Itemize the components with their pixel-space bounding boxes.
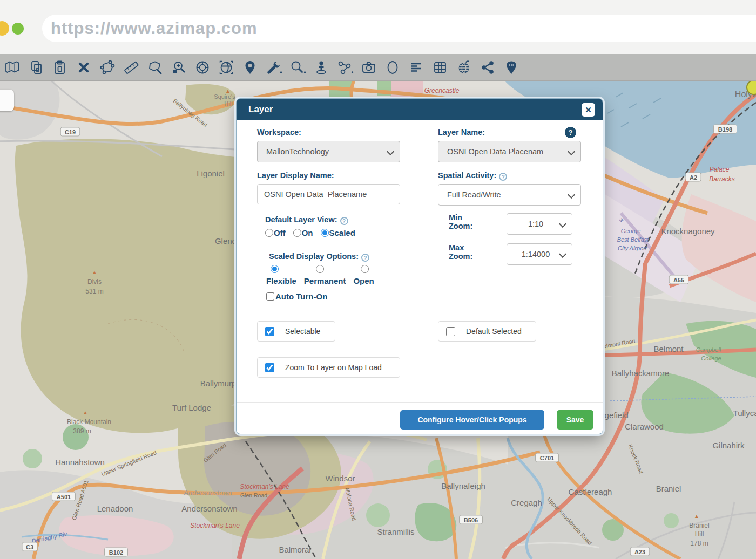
- window-minimize-button[interactable]: [0, 21, 9, 36]
- map-marker[interactable]: [747, 81, 756, 94]
- svg-text:Stranmillis: Stranmillis: [377, 527, 414, 536]
- list-icon[interactable]: [407, 57, 426, 78]
- default-selected-label: Default Selected: [466, 327, 522, 336]
- zoom-to-layer-checkbox[interactable]: [265, 363, 274, 372]
- default-selected-checkbox[interactable]: [446, 327, 455, 336]
- comment-pin-icon[interactable]: [502, 57, 521, 78]
- layer-display-name-label: Layer Display Name:: [257, 171, 334, 180]
- radio-flexible[interactable]: Flexible: [266, 265, 296, 285]
- max-zoom-select-wrap: 1:14000: [507, 243, 572, 265]
- svg-text:178 m: 178 m: [690, 540, 708, 547]
- dialog-header: Layer ✕: [237, 99, 603, 120]
- layer-dialog: Layer ✕ Workspace: MallonTechnology Laye…: [236, 98, 603, 434]
- workspace-select-wrap: MallonTechnology: [257, 141, 400, 162]
- default-layer-view-help-icon[interactable]: ?: [340, 217, 348, 225]
- svg-text:Braniel: Braniel: [689, 522, 709, 529]
- svg-text:Hannahstown: Hannahstown: [55, 458, 105, 467]
- svg-text:C701: C701: [540, 455, 554, 461]
- layer-display-name-input[interactable]: [257, 184, 400, 204]
- radio-permanent[interactable]: Permanent: [304, 265, 346, 285]
- table-icon[interactable]: [431, 57, 449, 78]
- save-button[interactable]: Save: [557, 410, 593, 430]
- compass-icon[interactable]: [193, 57, 212, 78]
- workspace-select[interactable]: MallonTechnology: [257, 141, 400, 162]
- delete-icon[interactable]: [75, 57, 93, 78]
- web-globe-icon[interactable]: [455, 57, 473, 78]
- layer-name-select-wrap: OSNI Open Data Placenam: [438, 141, 581, 162]
- street-view-icon[interactable]: [312, 57, 330, 78]
- ellipse-icon[interactable]: [383, 57, 402, 78]
- map-icon[interactable]: [3, 57, 22, 78]
- close-icon[interactable]: ✕: [582, 103, 595, 117]
- svg-text:A23: A23: [634, 549, 645, 555]
- search-icon[interactable]: [288, 57, 307, 78]
- share-icon[interactable]: [478, 57, 497, 78]
- svg-text:Ligoniel: Ligoniel: [197, 169, 225, 178]
- svg-text:Knocknagoney: Knocknagoney: [661, 227, 715, 236]
- spatial-activity-label: Spatial Activity:?: [438, 171, 507, 181]
- svg-text:Hill: Hill: [224, 100, 232, 107]
- copy-icon[interactable]: [27, 57, 45, 78]
- svg-text:Gilnahirk: Gilnahirk: [712, 441, 745, 450]
- svg-text:Braniel: Braniel: [656, 484, 681, 493]
- scaled-display-options-help-icon[interactable]: ?: [361, 254, 369, 262]
- min-zoom-select[interactable]: 1:10: [507, 213, 572, 235]
- zoom-to-layer-label: Zoom To Layer on Map Load: [285, 363, 382, 372]
- help-icon[interactable]: ?: [565, 127, 576, 138]
- svg-text:A55: A55: [673, 277, 684, 283]
- paste-icon[interactable]: [51, 57, 69, 78]
- auto-turn-on-checkbox[interactable]: [266, 292, 274, 301]
- svg-text:531 m: 531 m: [85, 288, 103, 295]
- auto-turn-on-checkbox-row[interactable]: Auto Turn-On: [266, 292, 327, 301]
- max-zoom-select[interactable]: 1:14000: [507, 243, 572, 265]
- configure-popups-button[interactable]: Configure Hover/Click Popups: [400, 410, 544, 430]
- address-bar[interactable]: https://www.azimap.com: [42, 15, 756, 42]
- layer-name-select[interactable]: OSNI Open Data Placenam: [438, 141, 581, 162]
- location-pin-icon[interactable]: [241, 57, 259, 78]
- selectable-card[interactable]: Selectable: [257, 321, 335, 342]
- tools-icon[interactable]: [265, 57, 283, 78]
- globe-select-icon[interactable]: [217, 57, 235, 78]
- radio-on[interactable]: On: [293, 228, 313, 237]
- svg-text:C3: C3: [26, 544, 33, 550]
- measure-icon[interactable]: [122, 57, 140, 78]
- radio-off[interactable]: Off: [265, 228, 286, 237]
- svg-text:Andersonstown: Andersonstown: [181, 504, 237, 513]
- svg-text:College: College: [701, 355, 721, 362]
- svg-text:Barracks: Barracks: [709, 175, 734, 183]
- svg-text:B198: B198: [718, 126, 732, 133]
- default-layer-view-label: Default Layer View:?: [265, 215, 348, 225]
- svg-text:Squire's: Squire's: [214, 93, 235, 100]
- svg-text:▲: ▲: [83, 410, 88, 415]
- spatial-activity-help-icon[interactable]: ?: [499, 173, 507, 181]
- svg-text:B506: B506: [464, 517, 478, 523]
- svg-text:Windsor: Windsor: [325, 474, 355, 483]
- edit-vertices-icon[interactable]: [98, 57, 117, 78]
- dialog-title: Layer: [248, 104, 273, 115]
- window-maximize-button[interactable]: [12, 23, 24, 35]
- svg-text:Stockman's Lane: Stockman's Lane: [240, 483, 289, 490]
- radio-open[interactable]: Open: [353, 265, 374, 285]
- default-selected-card[interactable]: Default Selected: [438, 321, 536, 342]
- svg-text:A501: A501: [57, 494, 71, 500]
- svg-text:A2: A2: [690, 174, 697, 181]
- svg-text:Divis: Divis: [87, 278, 102, 285]
- max-zoom-label: MaxZoom:: [449, 243, 473, 261]
- spatial-activity-select[interactable]: Full Read/Write: [438, 184, 581, 206]
- radio-scaled[interactable]: Scaled: [321, 228, 355, 237]
- min-zoom-select-wrap: 1:10: [507, 213, 572, 235]
- svg-text:Castlereagh: Castlereagh: [569, 487, 612, 496]
- auto-turn-on-label: Auto Turn-On: [275, 292, 327, 301]
- map-toolbar: [0, 54, 756, 81]
- zoom-in-icon[interactable]: [170, 57, 188, 78]
- map-control-partial[interactable]: [0, 90, 14, 111]
- draw-polygon-icon[interactable]: [146, 57, 164, 78]
- selectable-checkbox[interactable]: [265, 327, 274, 336]
- link-nodes-icon[interactable]: [336, 57, 354, 78]
- spatial-activity-select-wrap: Full Read/Write: [438, 184, 581, 206]
- zoom-to-layer-card[interactable]: Zoom To Layer on Map Load: [257, 357, 400, 378]
- svg-text:Cregagh: Cregagh: [511, 498, 542, 507]
- camera-icon[interactable]: [360, 57, 378, 78]
- svg-text:Balmoral: Balmoral: [279, 545, 310, 554]
- svg-text:City Airport: City Airport: [618, 245, 647, 251]
